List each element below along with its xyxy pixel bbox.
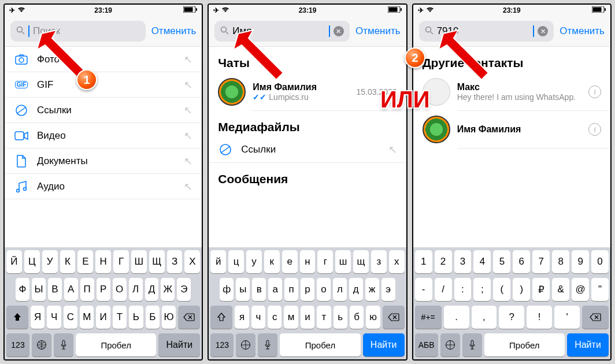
- key-г[interactable]: г: [317, 250, 333, 273]
- shift-key[interactable]: [210, 306, 232, 329]
- key-к[interactable]: к: [264, 250, 280, 273]
- key-Ю[interactable]: Ю: [162, 306, 176, 329]
- key-?[interactable]: ?: [499, 306, 524, 329]
- key-Ж[interactable]: Ж: [161, 278, 175, 301]
- key-И[interactable]: И: [96, 306, 110, 329]
- key-щ[interactable]: щ: [353, 250, 369, 273]
- key-я[interactable]: я: [235, 306, 249, 329]
- category-links[interactable]: Ссылки ↖: [5, 98, 202, 123]
- mic-key[interactable]: [258, 333, 277, 356]
- key-х[interactable]: х: [389, 250, 405, 273]
- key-₽[interactable]: ₽: [532, 278, 550, 301]
- search-field[interactable]: Имя ✕: [214, 21, 350, 42]
- key-Я[interactable]: Я: [31, 306, 45, 329]
- key-)[interactable]: ): [513, 278, 530, 301]
- key-3[interactable]: 3: [454, 250, 472, 273]
- key-Щ[interactable]: Щ: [149, 250, 165, 273]
- key-7[interactable]: 7: [532, 250, 550, 273]
- key-Е[interactable]: Е: [77, 250, 93, 273]
- key-([interactable]: (: [493, 278, 510, 301]
- clear-icon[interactable]: ✕: [538, 26, 548, 36]
- key-С[interactable]: С: [64, 306, 77, 329]
- globe-key[interactable]: [32, 333, 51, 356]
- key-"[interactable]: ": [591, 278, 609, 301]
- category-gif[interactable]: GIF GIF ↖: [5, 72, 202, 98]
- key-1[interactable]: 1: [415, 250, 432, 273]
- alt-key[interactable]: #+=: [415, 306, 442, 329]
- key-д[interactable]: д: [349, 278, 363, 301]
- letters-key[interactable]: АБВ: [415, 333, 438, 356]
- space-key[interactable]: Пробел: [280, 333, 360, 356]
- key-б[interactable]: б: [350, 306, 364, 329]
- space-key[interactable]: Пробел: [484, 333, 565, 356]
- space-key[interactable]: Пробел: [76, 333, 156, 356]
- category-video[interactable]: Видео ↖: [5, 123, 202, 148]
- key-2[interactable]: 2: [435, 250, 452, 273]
- globe-key[interactable]: [236, 333, 255, 356]
- clear-icon[interactable]: ✕: [334, 26, 344, 36]
- backspace-key[interactable]: [178, 306, 200, 329]
- key-У[interactable]: У: [42, 250, 58, 273]
- key-Ы[interactable]: Ы: [32, 278, 46, 301]
- key-Т[interactable]: Т: [113, 306, 127, 329]
- info-icon[interactable]: i: [588, 123, 601, 136]
- keyboard[interactable]: ЙЦУКЕНГШЩЗХ ФЫВАПРОЛДЖЭ ЯЧСМИТЬБЮ 123 Пр…: [5, 247, 202, 359]
- find-key[interactable]: Найти: [158, 333, 200, 356]
- key--[interactable]: -: [415, 278, 432, 301]
- key-в[interactable]: в: [252, 278, 266, 301]
- key-Й[interactable]: Й: [6, 250, 22, 273]
- key-л[interactable]: л: [333, 278, 347, 301]
- key-у[interactable]: у: [246, 250, 262, 273]
- key-и[interactable]: и: [301, 306, 314, 329]
- key-э[interactable]: э: [381, 278, 395, 301]
- key-8[interactable]: 8: [552, 250, 569, 273]
- key-;[interactable]: ;: [473, 278, 491, 301]
- key-Р[interactable]: Р: [97, 278, 110, 301]
- key-М[interactable]: М: [80, 306, 94, 329]
- search-field[interactable]: Поиск: [10, 21, 146, 42]
- key-5[interactable]: 5: [493, 250, 510, 273]
- key-/[interactable]: /: [435, 278, 452, 301]
- key-Ц[interactable]: Ц: [24, 250, 40, 273]
- key-о[interactable]: о: [317, 278, 331, 301]
- key-ж[interactable]: ж: [365, 278, 379, 301]
- numbers-key[interactable]: 123: [6, 333, 29, 356]
- key-Х[interactable]: Х: [184, 250, 200, 273]
- key-9[interactable]: 9: [572, 250, 589, 273]
- key-т[interactable]: т: [317, 306, 331, 329]
- key-с[interactable]: с: [268, 306, 281, 329]
- cancel-button[interactable]: Отменить: [151, 25, 197, 37]
- find-key[interactable]: Найти: [363, 333, 405, 356]
- media-links-row[interactable]: Ссылки ↖: [209, 138, 406, 163]
- key-4[interactable]: 4: [473, 250, 491, 273]
- key-ю[interactable]: ю: [366, 306, 380, 329]
- contact-row[interactable]: Макс Hey there! I am using WhatsApp. i: [413, 73, 610, 110]
- key-Б[interactable]: Б: [146, 306, 160, 329]
- key-О[interactable]: О: [113, 278, 127, 301]
- key-6[interactable]: 6: [513, 250, 530, 273]
- mic-key[interactable]: [54, 333, 73, 356]
- key-ф[interactable]: ф: [220, 278, 234, 301]
- key-'[interactable]: ': [554, 306, 580, 329]
- key-З[interactable]: З: [167, 250, 183, 273]
- backspace-key[interactable]: [383, 306, 405, 329]
- keyboard[interactable]: 1234567890 -/:;()₽&@" #+= .,?!' АБВ Проб…: [413, 247, 610, 359]
- key-ц[interactable]: ц: [228, 250, 244, 273]
- key-В[interactable]: В: [48, 278, 62, 301]
- key-з[interactable]: з: [371, 250, 387, 273]
- chat-result-row[interactable]: Имя Фамилия ✓✓Lumpics.ru 15.03.2020: [209, 73, 406, 110]
- key-Ш[interactable]: Ш: [131, 250, 147, 273]
- key-0[interactable]: 0: [591, 250, 609, 273]
- key-К[interactable]: К: [60, 250, 76, 273]
- key-м[interactable]: м: [284, 306, 298, 329]
- key-й[interactable]: й: [210, 250, 226, 273]
- key-р[interactable]: р: [301, 278, 314, 301]
- contact-row[interactable]: Имя Фамилия i: [413, 111, 610, 148]
- key-@[interactable]: @: [572, 278, 589, 301]
- key-п[interactable]: п: [284, 278, 298, 301]
- mic-key[interactable]: [462, 333, 482, 356]
- key-.[interactable]: .: [444, 306, 469, 329]
- shift-key[interactable]: [6, 306, 28, 329]
- find-key[interactable]: Найти: [567, 333, 609, 356]
- key-:[interactable]: :: [454, 278, 472, 301]
